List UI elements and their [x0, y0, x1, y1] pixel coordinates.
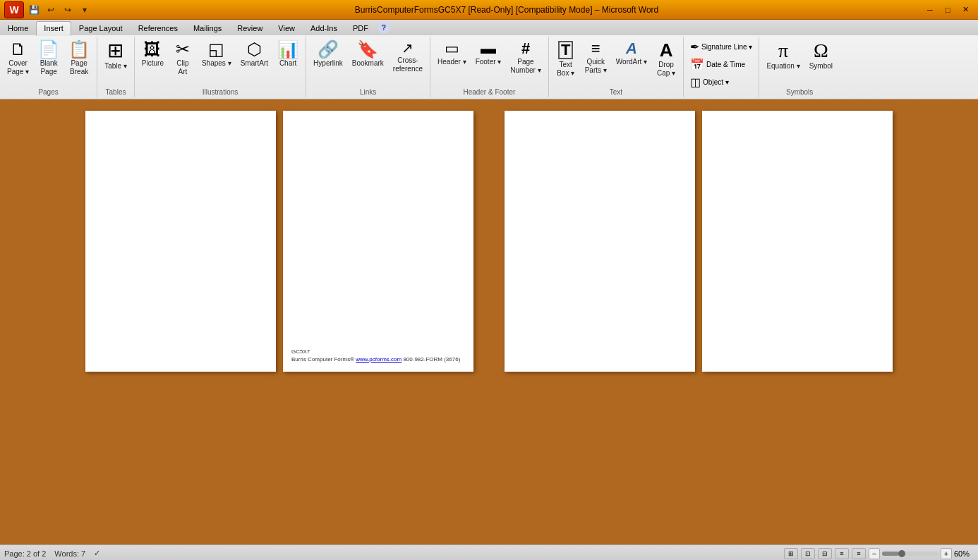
shapes-button[interactable]: ◱ Shapes ▾	[198, 38, 236, 71]
tables-group-label: Tables	[100, 87, 131, 96]
footer-icon: ▬	[481, 41, 496, 56]
zoom-control: − + 60%	[869, 548, 974, 559]
footer-button[interactable]: ▬ Footer ▾	[471, 38, 506, 69]
status-bar: Page: 2 of 2 Words: 7 ✓ ⊞ ⊡ ⊟ ≡ ≡ − + 60…	[0, 544, 978, 560]
zoom-in-button[interactable]: +	[941, 548, 952, 559]
text-box-button[interactable]: T TextBox ▾	[552, 38, 580, 80]
tab-home[interactable]: Home	[0, 21, 36, 35]
smartart-button[interactable]: ⬡ SmartArt	[236, 38, 272, 71]
word-count: Words: 7	[54, 549, 85, 558]
tab-insert[interactable]: Insert	[36, 21, 71, 36]
signature-line-icon: ✒	[690, 40, 699, 54]
hyperlink-button[interactable]: 🔗 Hyperlink	[309, 38, 347, 71]
cross-reference-button[interactable]: ↗ Cross-reference	[389, 38, 427, 76]
title-bar-left: W 💾 ↩ ↪ ▾	[4, 1, 92, 18]
drop-cap-button[interactable]: A DropCap ▾	[652, 38, 680, 80]
qat-undo[interactable]: ↩	[44, 3, 58, 17]
date-time-button[interactable]: 📅 Date & Time	[687, 56, 756, 73]
view-draft[interactable]: ≡	[852, 548, 866, 559]
close-button[interactable]: ✕	[957, 3, 974, 17]
pages-group-label: Pages	[3, 87, 94, 96]
equation-button[interactable]: π Equation ▾	[762, 38, 804, 73]
page-pair-left: GC5X7 Burris Computer Forms® www.pcforms…	[85, 111, 473, 372]
ribbon-content: 🗋 CoverPage ▾ 📄 BlankPage 📋 PageBreak Pa…	[0, 35, 978, 99]
document-area: GC5X7 Burris Computer Forms® www.pcforms…	[0, 99, 978, 544]
cover-page-button[interactable]: 🗋 CoverPage ▾	[3, 38, 33, 79]
page-number-icon: #	[521, 41, 530, 56]
qat-save[interactable]: 💾	[27, 3, 41, 17]
page-break-button[interactable]: 📋 PageBreak	[64, 38, 94, 79]
page-2-footer-line1: GC5X7	[291, 348, 460, 355]
ribbon-group-header-footer: ▭ Header ▾ ▬ Footer ▾ # PageNumber ▾ Hea…	[430, 37, 549, 97]
ribbon-group-sig: ✒ Signature Line ▾ 📅 Date & Time ◫ Objec…	[684, 37, 759, 97]
ribbon-group-links: 🔗 Hyperlink 🔖 Bookmark ↗ Cross-reference…	[306, 37, 430, 97]
text-group-label: Text	[552, 87, 680, 96]
help-button[interactable]: ?	[378, 21, 390, 34]
tab-mailings[interactable]: Mailings	[186, 21, 229, 35]
zoom-level: 60%	[954, 549, 974, 558]
picture-button[interactable]: 🖼 Picture	[138, 38, 168, 71]
cover-page-icon: 🗋	[10, 41, 27, 58]
page-2: GC5X7 Burris Computer Forms® www.pcforms…	[283, 111, 473, 372]
page-1	[85, 111, 276, 372]
drop-cap-icon: A	[660, 41, 673, 59]
tab-pdf[interactable]: PDF	[345, 21, 376, 35]
header-button[interactable]: ▭ Header ▾	[433, 38, 471, 69]
object-button[interactable]: ◫ Object ▾	[687, 73, 756, 91]
date-time-icon: 📅	[690, 58, 704, 71]
symbols-group-label: Symbols	[762, 87, 837, 96]
text-box-icon: T	[558, 41, 573, 59]
view-print-layout[interactable]: ⊞	[784, 548, 798, 559]
symbol-icon: Ω	[814, 41, 828, 61]
wordart-icon: A	[626, 41, 637, 56]
pages-container: GC5X7 Burris Computer Forms® www.pcforms…	[85, 111, 893, 372]
blank-page-icon: 📄	[38, 41, 59, 58]
tab-review[interactable]: Review	[229, 21, 270, 35]
view-full-screen[interactable]: ⊡	[801, 548, 815, 559]
proofing-icon[interactable]: ✓	[94, 549, 100, 558]
zoom-slider[interactable]	[882, 552, 938, 556]
sig-group-label	[687, 95, 756, 96]
ribbon-group-symbols: π Equation ▾ Ω Symbol Symbols	[759, 37, 840, 97]
table-icon: ⊞	[107, 41, 123, 61]
restore-button[interactable]: □	[939, 3, 956, 17]
zoom-slider-thumb[interactable]	[898, 550, 905, 557]
chart-button[interactable]: 📊 Chart	[273, 38, 303, 71]
qat-dropdown[interactable]: ▾	[78, 3, 92, 17]
blank-page-button[interactable]: 📄 BlankPage	[34, 38, 64, 79]
quick-parts-button[interactable]: ≡ QuickParts ▾	[581, 38, 611, 78]
page-break-icon: 📋	[68, 41, 90, 58]
minimize-button[interactable]: ─	[922, 3, 938, 17]
ribbon-group-text: T TextBox ▾ ≡ QuickParts ▾ A WordArt ▾ A…	[549, 37, 684, 97]
page-gap	[482, 111, 496, 372]
page-number-button[interactable]: # PageNumber ▾	[506, 38, 545, 78]
ribbon-group-tables: ⊞ Table ▾ Tables	[97, 37, 135, 97]
page-pair-right	[505, 111, 893, 372]
table-button[interactable]: ⊞ Table ▾	[100, 38, 131, 73]
signature-line-button[interactable]: ✒ Signature Line ▾	[687, 38, 756, 56]
object-icon: ◫	[690, 75, 701, 89]
tab-references[interactable]: References	[131, 21, 186, 35]
page-4	[702, 111, 893, 372]
equation-icon: π	[778, 41, 788, 61]
view-outline[interactable]: ≡	[835, 548, 849, 559]
tab-page-layout[interactable]: Page Layout	[71, 21, 131, 35]
wordart-button[interactable]: A WordArt ▾	[612, 38, 651, 69]
illustrations-group-label: Illustrations	[138, 87, 303, 96]
clip-art-button[interactable]: ✂ ClipArt	[169, 38, 197, 79]
office-icon: W	[9, 4, 18, 16]
ribbon-group-illustrations: 🖼 Picture ✂ ClipArt ◱ Shapes ▾ ⬡ SmartAr…	[135, 37, 306, 97]
zoom-out-button[interactable]: −	[869, 548, 880, 559]
bookmark-button[interactable]: 🔖 Bookmark	[348, 38, 388, 71]
tab-view[interactable]: View	[270, 21, 303, 35]
tab-addins[interactable]: Add-Ins	[303, 21, 345, 35]
status-right: ⊞ ⊡ ⊟ ≡ ≡ − + 60%	[784, 548, 974, 559]
symbol-button[interactable]: Ω Symbol	[805, 38, 837, 73]
smartart-icon: ⬡	[247, 41, 262, 58]
bookmark-icon: 🔖	[357, 41, 378, 58]
picture-icon: 🖼	[144, 41, 161, 58]
ribbon-tabs: Home Insert Page Layout References Maili…	[0, 20, 978, 35]
office-button[interactable]: W	[4, 1, 24, 18]
qat-redo[interactable]: ↪	[61, 3, 75, 17]
view-web-layout[interactable]: ⊟	[818, 548, 832, 559]
